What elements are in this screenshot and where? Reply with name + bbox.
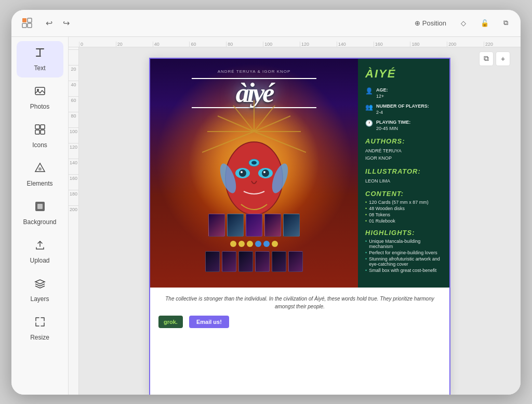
ruler-left-mark-160: 160 [69,174,78,190]
sidebar-item-upload-label: Upload [30,257,49,264]
ruler-left-mark-80: 80 [69,112,78,127]
align-button[interactable]: ◇ [457,17,470,29]
tokens-row [230,241,278,247]
highlight-item-3: • Small box with great cost-benefit [365,268,442,273]
highlights-items: • Unique Mancala-building mechanism • Pe… [365,239,442,273]
author2-text: IGOR KNOP [365,154,442,162]
ruler-left-mark-200: 200 [69,205,78,221]
ruler-mark-220: 220 [484,42,521,47]
svg-rect-3 [28,23,32,28]
ruler-mark-140: 140 [337,42,374,47]
app-logo [20,16,34,30]
ruler-mark-0: 0 [79,42,116,47]
game-info-panel: ÀIYÉ 👤 AGE: 12+ [358,59,449,288]
sidebar-item-photos-label: Photos [30,103,49,110]
svg-line-20 [218,116,254,132]
lock-button[interactable]: 🔓 [476,17,493,29]
svg-rect-10 [41,125,45,129]
ruler-mark-120: 120 [300,42,337,47]
position-button[interactable]: ⊕ Position [410,17,450,29]
content-item-2: • 08 Tokens [365,212,442,217]
svg-point-31 [241,171,243,173]
sidebar-item-elements-label: Elements [26,180,52,187]
background-icon [34,201,46,215]
cards-row-top [208,214,300,237]
author1-text: ANDRÉ TERUYA [365,147,442,154]
content-item-1: • 48 Wooden disks [365,206,442,211]
game-card: ANDRÉ TERUYA & IGOR KNOP àiyé [150,59,449,335]
undo-button[interactable]: ↩ [43,16,56,30]
ruler-left-mark-120: 120 [69,143,78,159]
ruler-mark-100: 100 [263,42,300,47]
highlight-item-2: • Stunning afrofuturistic artwork and ey… [365,256,442,267]
upload-icon [34,239,46,254]
players-text: NUMBER OF PLAYERS: 2-4 [376,103,429,116]
age-icon: 👤 [365,87,373,95]
sidebar-item-background[interactable]: Background [17,195,63,231]
copy-canvas-button[interactable]: ⧉ [479,51,494,66]
svg-rect-2 [22,23,26,28]
game-card-bottom: The collective is stronger than the indi… [150,288,449,335]
svg-rect-6 [36,56,41,57]
game-artwork: ANDRÉ TERUYA & IGOR KNOP àiyé [150,59,358,288]
ruler-mark-200: 200 [447,42,484,47]
icons-icon [34,124,46,138]
svg-point-14 [38,167,42,171]
canvas-area: 0 20 40 60 80 100 120 140 160 180 200 22… [69,37,521,395]
sidebar: Text Photos [11,37,69,395]
duplicate-button[interactable]: ⧉ [499,17,512,29]
age-text: AGE: 12+ [376,87,388,100]
svg-rect-12 [41,130,45,134]
sidebar-item-resize-label: Resize [30,334,49,341]
illustrator-section-title: ILLUSTRATOR: [365,167,442,175]
cards-row-bottom [205,251,303,272]
svg-rect-0 [22,18,26,22]
highlight-item-1: • Perfect for engine-building lovers [365,250,442,255]
game-name-display: ÀIYÉ [365,67,442,81]
sidebar-item-text[interactable]: Text [17,41,63,77]
ruler-mark-20: 20 [116,42,153,47]
grok-badge: grok. [158,316,183,328]
game-image-area: ANDRÉ TERUYA & IGOR KNOP àiyé [150,59,358,288]
players-row: 👥 NUMBER OF PLAYERS: 2-4 [365,103,442,116]
sidebar-item-elements[interactable]: Elements [17,157,63,193]
svg-point-30 [262,170,269,177]
email-button[interactable]: Email us! [189,316,229,328]
ruler-left-mark-180: 180 [69,190,78,205]
top-bar-left: ↩ ↪ [20,16,73,30]
content-items: • 120 Cards (57 mm x 87 mm) • 48 Wooden … [365,200,442,224]
canvas-actions: ⧉ + [479,51,510,66]
ruler-mark-160: 160 [374,42,410,47]
sidebar-item-resize[interactable]: Resize [17,310,63,347]
ruler-left-mark-0 [69,49,78,65]
time-text: PLAYING TIME: 20-45 MIN [376,119,410,132]
sidebar-item-icons-label: Icons [32,141,47,149]
text-icon [34,47,46,61]
svg-point-32 [263,171,265,173]
sidebar-item-photos[interactable]: Photos [17,80,63,116]
ruler-left: 20 40 60 80 100 120 140 160 180 200 [69,47,79,395]
top-bar-actions: ↩ ↪ [43,16,73,30]
game-authors-text: ANDRÉ TERUYA & IGOR KNOP [218,69,291,74]
layers-stack-icon [34,278,46,292]
highlight-item-0: • Unique Mancala-building mechanism [365,239,442,249]
sidebar-item-upload[interactable]: Upload [17,233,63,270]
add-canvas-button[interactable]: + [496,51,510,66]
ruler-mark-180: 180 [410,42,447,47]
content-section-title: CONTENT: [365,190,442,198]
sidebar-item-icons[interactable]: Icons [17,118,63,154]
top-bar-right: ⊕ Position ◇ 🔓 ⧉ [410,17,512,29]
sidebar-item-layers[interactable]: Layers [17,272,63,308]
bottom-text: The collective is stronger than the indi… [158,295,441,310]
ruler-mark-80: 80 [226,42,263,47]
time-icon: 🕐 [365,120,373,127]
redo-button[interactable]: ↪ [60,16,73,30]
ruler-mark-60: 60 [189,42,226,47]
top-bar: ↩ ↪ ⊕ Position ◇ 🔓 ⧉ [11,10,521,37]
layers-icon: ⊕ [415,19,420,27]
svg-rect-5 [39,48,41,56]
ruler-left-mark-140: 140 [69,159,78,174]
design-canvas[interactable]: ANDRÉ TERUYA & IGOR KNOP àiyé [149,58,450,395]
illustrator-text: LEON LIMA [365,177,442,185]
canvas-scroll-area[interactable]: 20 40 60 80 100 120 140 160 180 200 ⧉ [69,47,521,395]
